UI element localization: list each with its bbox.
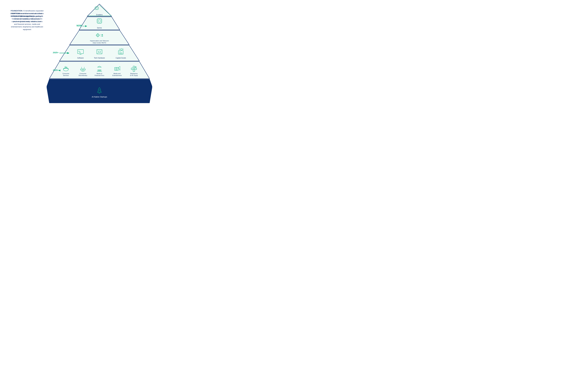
adoption-label: ADOPTION <box>10 13 20 14</box>
consumer-disc-label-1: Consumer <box>80 73 87 74</box>
media-label-1: Media and <box>114 73 120 74</box>
integration-annotation: INTEGRATION: companies integrating AI-co… <box>10 15 44 31</box>
svg-point-33 <box>102 34 103 35</box>
left-annotations: FOUNDATION: AI beneficiaries expanded fr… <box>10 3 45 11</box>
integration-text: : companies integrating AI-consumer serv… <box>11 15 43 30</box>
now-arrow-label: NOW <box>77 25 82 27</box>
banks-label-1: Banks & <box>97 73 102 74</box>
tech-hardware-label: Tech Hardware <box>94 57 105 59</box>
hyperscalers-label-1: Hyperscalers and Telecom/ <box>90 40 109 42</box>
enablers-label: Enablers <box>96 14 102 16</box>
banks-label-2: Financial Svcs <box>95 75 104 76</box>
tier-startups-shape <box>47 79 152 87</box>
svg-point-54 <box>101 53 101 54</box>
pyramid-svg: Enablers NOW Semis <box>47 3 152 104</box>
capital-goods-label: Capital Goods <box>116 57 126 59</box>
semis-label: Semis <box>97 27 102 29</box>
consumer-services-label-2: Services <box>63 75 69 76</box>
tier-startups-bottom <box>47 87 152 103</box>
consumer-disc-label-2: Discretionary <box>79 75 87 76</box>
2025-integration-label: 2025+ <box>53 69 59 71</box>
consumer-services-label-1: Consumer <box>62 73 69 74</box>
foundation-label: FOUNDATION <box>11 10 22 12</box>
biopharma-label-1: Biopharma <box>130 73 138 74</box>
media-label-2: Entertainment <box>112 75 122 76</box>
startups-label: AI-Native Startups <box>92 96 107 98</box>
svg-point-41 <box>78 51 79 51</box>
biopharma-label-2: & HC Equip <box>130 75 138 76</box>
2025-adoption-label: 2025+ <box>53 51 59 54</box>
page-container: FOUNDATION: AI beneficiaries expanded fr… <box>7 3 155 105</box>
svg-point-51 <box>97 50 98 51</box>
software-label: Software <box>77 57 84 59</box>
integration-label: INTEGRATION <box>11 15 23 17</box>
pyramid-container: Enablers NOW Semis <box>47 3 152 105</box>
svg-point-52 <box>101 50 101 51</box>
svg-point-53 <box>97 53 98 54</box>
hyperscalers-label-2: Data Center REITS <box>93 42 106 44</box>
